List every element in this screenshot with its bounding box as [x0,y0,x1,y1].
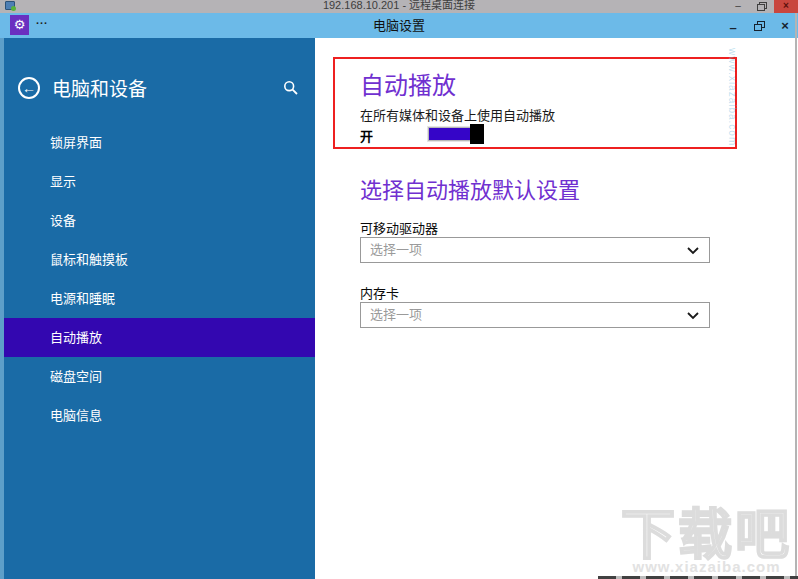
sidebar-item-autoplay[interactable]: 自动播放 [4,318,315,357]
sidebar-item-label: 自动播放 [50,330,102,345]
select-value: 选择一项 [370,303,422,327]
main-area: ← 电脑和设备 锁屏界面 显示 设备 鼠标和触摸板 电源和睡眠 自动播放 磁盘空… [0,38,798,579]
sidebar-item-label: 锁屏界面 [50,135,102,150]
memory-card-select[interactable]: 选择一项 [360,302,710,328]
rdp-connection-bar: 192.168.10.201 - 远程桌面连接 – × [0,0,798,13]
toggle-state-label: 开 [360,126,373,145]
sidebar-item-label: 电源和睡眠 [50,291,115,306]
rdp-window-controls: – × [726,0,798,13]
autoplay-toggle[interactable] [428,127,483,141]
sidebar-item-disk-space[interactable]: 磁盘空间 [0,357,315,396]
select-value: 选择一项 [370,238,422,262]
sidebar-item-label: 电脑信息 [50,408,102,423]
rdp-title: 192.168.10.201 - 远程桌面连接 [0,0,798,13]
minimize-icon: – [735,0,741,11]
window-title: 电脑设置 [0,13,798,38]
minimize-button[interactable]: – [720,13,746,38]
close-icon: × [781,18,789,33]
autoplay-description: 在所有媒体和设备上使用自动播放 [360,105,555,124]
sidebar-menu: 锁屏界面 显示 设备 鼠标和触摸板 电源和睡眠 自动播放 磁盘空间 电脑信息 [0,123,315,435]
minimize-icon: – [729,20,736,35]
close-icon: × [783,0,789,11]
sidebar-header: ← 电脑和设备 [18,74,299,101]
restore-icon [754,21,765,31]
sidebar-item-label: 设备 [50,213,76,228]
toggle-thumb[interactable] [470,124,484,144]
sidebar-item-mouse-touchpad[interactable]: 鼠标和触摸板 [0,240,315,279]
rdp-close-button[interactable]: × [774,0,798,13]
sidebar-item-label: 显示 [50,174,76,189]
sidebar-item-label: 鼠标和触摸板 [50,252,128,267]
rdp-minimize-button[interactable]: – [726,0,750,13]
page-title: 电脑和设备 [52,74,147,101]
sidebar-item-label: 磁盘空间 [50,369,102,384]
window-controls: – × [720,13,798,38]
restore-icon [757,2,767,11]
content-panel: 自动播放 在所有媒体和设备上使用自动播放 开 选择自动播放默认设置 可移动驱动器… [315,38,798,579]
back-button[interactable]: ← [18,77,40,99]
sidebar-item-pc-info[interactable]: 电脑信息 [0,396,315,435]
rdp-restore-button[interactable] [750,0,774,13]
sidebar-item-display[interactable]: 显示 [0,162,315,201]
chevron-down-icon [687,247,699,255]
removable-drive-label: 可移动驱动器 [360,218,438,237]
defaults-heading: 选择自动播放默认设置 [360,172,580,204]
sidebar-item-lock-screen[interactable]: 锁屏界面 [0,123,315,162]
autoplay-heading: 自动播放 [360,66,456,101]
remote-desktop-screen: 192.168.10.201 - 远程桌面连接 – × ⚙ ... 电脑设置 –… [0,0,798,579]
chevron-down-icon [687,312,699,320]
pc-settings-titlebar: ⚙ ... 电脑设置 – × [0,13,798,38]
sidebar-item-power-sleep[interactable]: 电源和睡眠 [0,279,315,318]
window-right-border [795,13,797,579]
sidebar-item-devices[interactable]: 设备 [0,201,315,240]
restore-button[interactable] [746,13,772,38]
memory-card-label: 内存卡 [360,283,399,302]
search-icon[interactable] [283,80,299,96]
back-arrow-icon: ← [22,80,36,96]
sidebar: ← 电脑和设备 锁屏界面 显示 设备 鼠标和触摸板 电源和睡眠 自动播放 磁盘空… [0,38,315,579]
removable-drive-select[interactable]: 选择一项 [360,237,710,263]
side-watermark-text: www.xiazaiba.com [727,48,738,146]
